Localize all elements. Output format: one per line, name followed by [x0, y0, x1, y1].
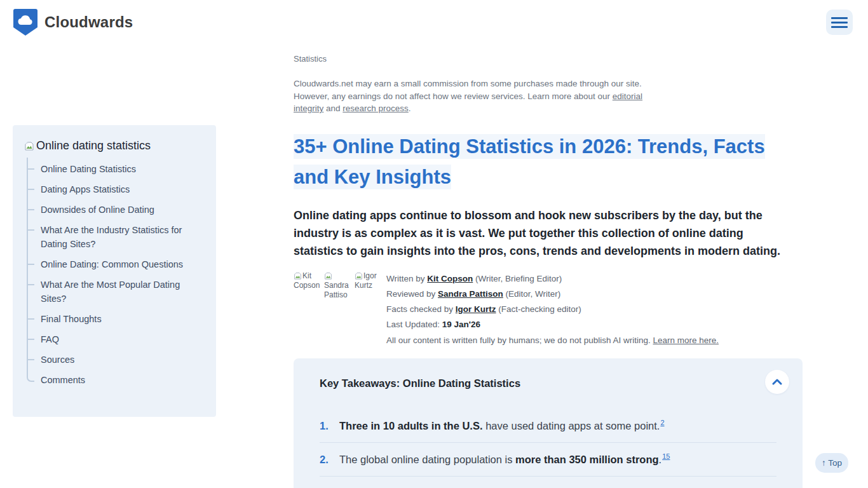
- hamburger-menu-icon[interactable]: [826, 10, 853, 35]
- key-takeaways-heading: Key Takeaways: Online Dating Statistics: [320, 375, 520, 390]
- byline-block: Kit Copson Sandra Pattison Igor Kurtz Wr…: [294, 271, 803, 348]
- takeaway-number: 3.: [320, 485, 339, 488]
- article-intro: Online dating apps continue to blossom a…: [294, 207, 790, 260]
- disclaimer-text: .: [409, 104, 411, 113]
- learn-more-link[interactable]: Learn more here.: [653, 336, 719, 345]
- toc-item-sources[interactable]: Sources: [41, 349, 205, 370]
- disclaimer-text: and: [323, 104, 342, 113]
- research-process-link[interactable]: research process: [342, 104, 409, 113]
- chevron-up-icon: [772, 379, 782, 385]
- toc-item-dating-apps-statistics[interactable]: Dating Apps Statistics: [41, 179, 205, 200]
- toc-item-faq[interactable]: FAQ: [41, 329, 205, 349]
- takeaways-list: 1. Three in 10 adults in the U.S. have u…: [320, 409, 776, 488]
- toc-item-most-popular-sites[interactable]: What Are the Most Popular Dating Sites?: [41, 274, 205, 309]
- disclaimer-text: Cloudwards.net may earn a small commissi…: [294, 79, 642, 101]
- reviewed-by-row: Reviewed by Sandra Pattison (Editor, Wri…: [386, 287, 719, 302]
- footnote-link[interactable]: 2: [660, 419, 664, 426]
- scroll-to-top-button[interactable]: ↑ Top: [815, 453, 848, 473]
- hamburger-bar: [831, 26, 848, 28]
- toc-item-downsides[interactable]: Downsides of Online Dating: [41, 200, 205, 220]
- takeaway-number: 2.: [320, 452, 339, 467]
- written-by-row: Written by Kit Copson (Writer, Briefing …: [386, 271, 719, 287]
- cloudwards-shield-icon: [13, 8, 38, 36]
- footnote-link[interactable]: 15: [662, 452, 670, 460]
- toc-item-industry-statistics[interactable]: What Are the Industry Statistics for Dat…: [41, 220, 205, 254]
- broken-image-icon: [294, 271, 302, 280]
- takeaway-item: 3. Tinder is the preferred online dating…: [320, 476, 776, 488]
- hamburger-bar: [831, 17, 848, 19]
- byline-text: Written by Kit Copson (Writer, Briefing …: [386, 271, 719, 348]
- affiliate-disclaimer: Cloudwards.net may earn a small commissi…: [294, 78, 660, 115]
- brand-name: Cloudwards: [44, 13, 133, 31]
- toc-heading-label: Online dating statistics: [36, 139, 151, 152]
- takeaway-text: Three in 10 adults in the U.S. have used…: [339, 418, 665, 433]
- toc-panel: Online dating statistics Online Dating S…: [13, 125, 216, 417]
- human-content-note: All our content is written fully by huma…: [386, 333, 719, 348]
- avatar-broken-image: Sandra Pattison: [324, 271, 351, 299]
- takeaway-text: The global online dating population is m…: [339, 452, 670, 467]
- toc-item-final-thoughts[interactable]: Final Thoughts: [41, 309, 205, 329]
- takeaway-item: 2. The global online dating population i…: [320, 442, 776, 476]
- toc-item-common-questions[interactable]: Online Dating: Common Questions: [41, 254, 205, 274]
- toc-heading: Online dating statistics: [24, 139, 205, 152]
- toc-list: Online Dating Statistics Dating Apps Sta…: [24, 159, 205, 390]
- fact-checker-link[interactable]: Igor Kurtz: [456, 304, 496, 314]
- toc-item-comments[interactable]: Comments: [41, 370, 205, 390]
- takeaway-number: 1.: [320, 418, 339, 433]
- hamburger-bar: [831, 22, 848, 24]
- last-updated-row: Last Updated: 19 Jan'26: [386, 317, 719, 332]
- breadcrumb[interactable]: Statistics: [294, 54, 803, 64]
- toc-item-online-dating-statistics[interactable]: Online Dating Statistics: [41, 159, 205, 179]
- last-updated-date: 19 Jan'26: [442, 320, 480, 329]
- takeaway-item: 1. Three in 10 adults in the U.S. have u…: [320, 409, 776, 442]
- page-title: 35+ Online Dating Statistics in 2026: Tr…: [294, 132, 767, 193]
- avatar-broken-image: Igor Kurtz: [355, 271, 382, 299]
- fact-checked-row: Facts checked by Igor Kurtz (Fact-checki…: [386, 302, 719, 317]
- article-main: Statistics Cloudwards.net may earn a sma…: [294, 54, 803, 488]
- collapse-button[interactable]: [765, 370, 789, 394]
- key-takeaways-card: Key Takeaways: Online Dating Statistics …: [294, 358, 803, 488]
- brand-logo[interactable]: Cloudwards: [13, 8, 133, 36]
- takeaway-text: Tinder is the preferred online dating ap…: [339, 485, 704, 488]
- site-header: Cloudwards: [0, 0, 868, 44]
- broken-image-icon: [24, 140, 34, 151]
- author-link[interactable]: Kit Copson: [427, 274, 473, 283]
- reviewer-link[interactable]: Sandra Pattison: [438, 289, 503, 299]
- avatar-broken-image: Kit Copson: [294, 271, 321, 299]
- author-avatars: Kit Copson Sandra Pattison Igor Kurtz: [294, 271, 386, 348]
- broken-image-icon: [324, 271, 332, 280]
- broken-image-icon: [355, 271, 363, 280]
